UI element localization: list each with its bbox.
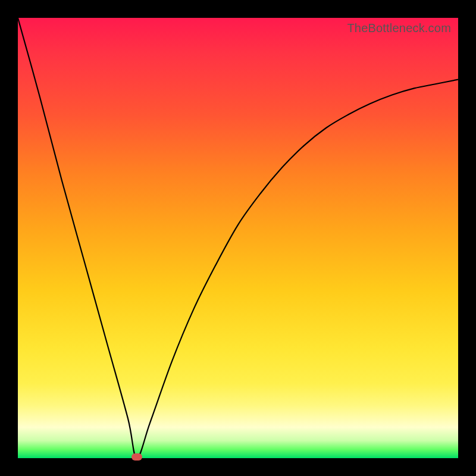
- chart-container: TheBottleneck.com: [0, 0, 476, 476]
- bottleneck-curve: [18, 18, 458, 458]
- curve-path: [18, 18, 458, 458]
- optimal-point-marker: [131, 453, 142, 461]
- plot-area: TheBottleneck.com: [18, 18, 458, 458]
